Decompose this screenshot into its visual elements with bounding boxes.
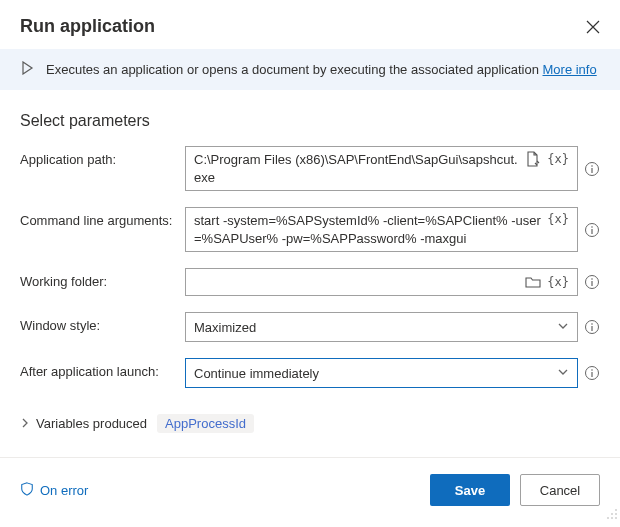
row-after-application-launch: After application launch: Continue immed… xyxy=(20,350,600,396)
play-icon xyxy=(20,61,34,78)
svg-point-4 xyxy=(591,226,593,228)
label-after-application-launch: After application launch: xyxy=(20,358,175,379)
application-path-input[interactable]: C:\Program Files (x86)\SAP\FrontEnd\SapG… xyxy=(185,146,578,191)
window-style-select[interactable]: Maximized xyxy=(185,312,578,342)
variables-produced-label: Variables produced xyxy=(36,416,147,431)
working-folder-input[interactable]: {x} xyxy=(185,268,578,296)
row-window-style: Window style: Maximized xyxy=(20,304,600,350)
command-line-arguments-value: start -system=%SAPSystemId% -client=%SAP… xyxy=(194,212,541,247)
svg-point-20 xyxy=(615,517,617,519)
svg-rect-11 xyxy=(591,326,592,331)
info-icon[interactable] xyxy=(584,274,600,290)
chevron-down-icon xyxy=(557,320,569,335)
select-folder-icon[interactable] xyxy=(525,274,541,290)
save-button[interactable]: Save xyxy=(430,474,510,506)
svg-rect-8 xyxy=(591,281,592,286)
label-working-folder: Working folder: xyxy=(20,268,175,289)
variables-produced-toggle[interactable]: Variables produced xyxy=(20,416,147,431)
chevron-right-icon xyxy=(20,416,30,431)
footer-buttons: Save Cancel xyxy=(430,474,600,506)
resize-grip-icon[interactable] xyxy=(606,508,618,520)
run-application-dialog: Run application Executes an application … xyxy=(0,0,620,522)
close-icon[interactable] xyxy=(586,20,600,34)
svg-point-17 xyxy=(615,513,617,515)
svg-point-16 xyxy=(611,513,613,515)
svg-rect-14 xyxy=(591,372,592,377)
svg-point-19 xyxy=(611,517,613,519)
svg-point-18 xyxy=(607,517,609,519)
on-error-link[interactable]: On error xyxy=(20,482,88,499)
info-icon[interactable] xyxy=(584,365,600,381)
row-working-folder: Working folder: {x} xyxy=(20,260,600,304)
row-application-path: Application path: C:\Program Files (x86)… xyxy=(20,138,600,199)
more-info-link[interactable]: More info xyxy=(543,62,597,77)
insert-variable-icon[interactable]: {x} xyxy=(547,275,569,289)
insert-variable-icon[interactable]: {x} xyxy=(547,212,569,226)
svg-point-1 xyxy=(591,165,593,167)
variables-produced-row: Variables produced AppProcessId xyxy=(0,396,620,457)
infobar-text: Executes an application or opens a docum… xyxy=(46,62,600,77)
svg-point-15 xyxy=(615,509,617,511)
svg-point-7 xyxy=(591,278,593,280)
section-title: Select parameters xyxy=(0,90,620,138)
label-command-line-arguments: Command line arguments: xyxy=(20,207,175,228)
svg-point-13 xyxy=(591,369,593,371)
infobar-description: Executes an application or opens a docum… xyxy=(46,62,543,77)
info-icon[interactable] xyxy=(584,222,600,238)
svg-point-10 xyxy=(591,323,593,325)
label-application-path: Application path: xyxy=(20,146,175,167)
variable-badge[interactable]: AppProcessId xyxy=(157,414,254,433)
dialog-title: Run application xyxy=(20,16,155,37)
info-icon[interactable] xyxy=(584,161,600,177)
infobar: Executes an application or opens a docum… xyxy=(0,49,620,90)
row-command-line-arguments: Command line arguments: start -system=%S… xyxy=(20,199,600,260)
svg-rect-5 xyxy=(591,229,592,234)
dialog-header: Run application xyxy=(0,0,620,49)
svg-rect-2 xyxy=(591,168,592,173)
window-style-value: Maximized xyxy=(194,320,256,335)
command-line-arguments-input[interactable]: start -system=%SAPSystemId% -client=%SAP… xyxy=(185,207,578,252)
insert-variable-icon[interactable]: {x} xyxy=(547,152,569,166)
info-icon[interactable] xyxy=(584,319,600,335)
chevron-down-icon xyxy=(557,366,569,381)
after-application-launch-select[interactable]: Continue immediately xyxy=(185,358,578,388)
on-error-label: On error xyxy=(40,483,88,498)
cancel-button[interactable]: Cancel xyxy=(520,474,600,506)
shield-icon xyxy=(20,482,34,499)
after-application-launch-value: Continue immediately xyxy=(194,366,319,381)
select-file-icon[interactable] xyxy=(525,151,541,167)
dialog-footer: On error Save Cancel xyxy=(0,457,620,522)
label-window-style: Window style: xyxy=(20,312,175,333)
parameters-form: Application path: C:\Program Files (x86)… xyxy=(0,138,620,396)
application-path-value: C:\Program Files (x86)\SAP\FrontEnd\SapG… xyxy=(194,151,519,186)
